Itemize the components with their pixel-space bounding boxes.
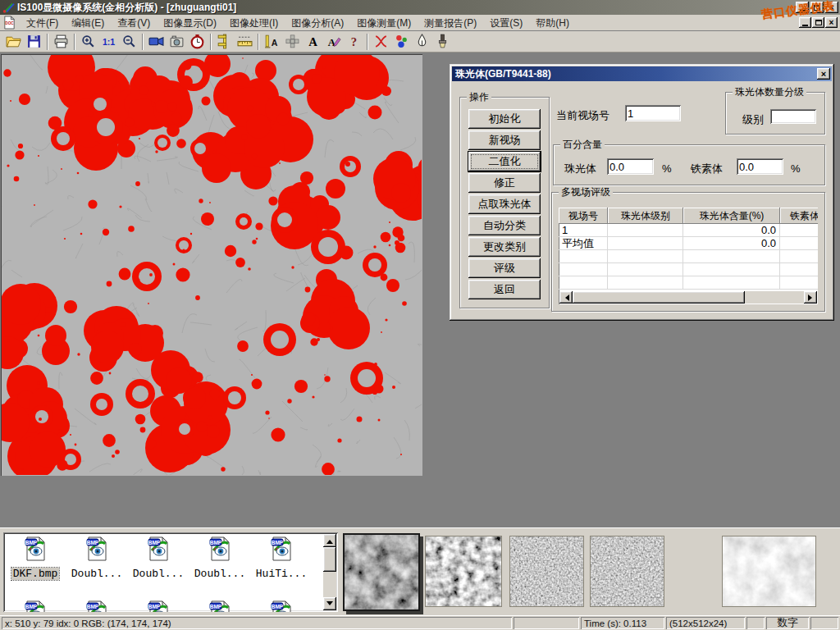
operation-group: 操作 初始化新视场二值化修正点取珠光体自动分类更改类别评级返回 bbox=[459, 97, 550, 308]
table-row-3[interactable] bbox=[559, 263, 818, 276]
curve-tool-button[interactable] bbox=[371, 32, 391, 52]
table-column-header-1: 珠光体级别 bbox=[608, 208, 683, 224]
open-file-button[interactable] bbox=[3, 32, 24, 52]
file-item-3[interactable]: BMPDoubl... bbox=[190, 536, 249, 580]
file-scroll-up-button[interactable] bbox=[323, 534, 336, 547]
text-label-button[interactable]: A bbox=[303, 32, 323, 52]
help-button[interactable]: ? bbox=[344, 32, 364, 52]
file-scroll-thumb[interactable] bbox=[323, 547, 336, 572]
op-button-7[interactable]: 评级 bbox=[468, 258, 541, 278]
file-item-4[interactable]: BMPHuiTi... bbox=[252, 536, 311, 580]
thumbnail-sample-coarse-contrast[interactable] bbox=[425, 536, 502, 607]
menu-item-5[interactable]: 图像分析(A) bbox=[285, 16, 350, 30]
table-row-1[interactable]: 平均值0.0 bbox=[559, 237, 818, 250]
file-item-row2-3[interactable]: BMP bbox=[190, 600, 249, 612]
brush-tool-button[interactable] bbox=[432, 32, 453, 52]
menu-item-8[interactable]: 设置(S) bbox=[483, 16, 529, 30]
op-button-8[interactable]: 返回 bbox=[468, 280, 541, 299]
grade-input[interactable] bbox=[770, 109, 816, 124]
file-item-1[interactable]: BMPDoubl... bbox=[67, 536, 126, 580]
table-cell bbox=[608, 250, 683, 262]
ferrite-percent-input[interactable]: 0.0 bbox=[737, 158, 783, 175]
thumbnail-sample-fine-speckle-1[interactable] bbox=[509, 536, 584, 607]
op-button-3[interactable]: 修正 bbox=[468, 173, 541, 193]
table-row-4[interactable] bbox=[559, 276, 818, 290]
op-button-1[interactable]: 新视场 bbox=[468, 130, 541, 150]
svg-text:BMP: BMP bbox=[272, 540, 284, 546]
table-cell bbox=[780, 263, 818, 276]
mode-status: 数字 bbox=[766, 617, 809, 629]
menu-item-4[interactable]: 图像处理(I) bbox=[223, 16, 285, 30]
measure-text-button[interactable]: A bbox=[262, 32, 282, 52]
file-vscrollbar[interactable] bbox=[323, 534, 336, 610]
menu-item-3[interactable]: 图像显示(D) bbox=[157, 16, 223, 30]
close-button[interactable]: × bbox=[825, 2, 838, 13]
scroll-right-button[interactable] bbox=[804, 291, 817, 304]
particle-classify-button[interactable] bbox=[391, 32, 412, 52]
print-button[interactable] bbox=[51, 32, 71, 52]
zoom-in-button[interactable] bbox=[78, 32, 98, 52]
file-name: Doubl... bbox=[193, 568, 247, 580]
pearlite-percent-input[interactable]: 0.0 bbox=[607, 158, 654, 175]
file-item-row2-0[interactable]: BMP bbox=[6, 600, 65, 612]
timer-button[interactable] bbox=[187, 32, 208, 52]
toolbar-separator bbox=[258, 34, 259, 50]
pen-tool-button[interactable] bbox=[412, 32, 432, 52]
toolbar: 1:1AAA? bbox=[0, 31, 840, 52]
toolbar-separator bbox=[210, 34, 212, 50]
op-button-5[interactable]: 自动分类 bbox=[468, 216, 541, 235]
grid-tool-button[interactable] bbox=[282, 32, 303, 52]
table-hscrollbar[interactable] bbox=[559, 291, 817, 304]
file-item-row2-2[interactable]: BMP bbox=[129, 600, 188, 612]
op-button-6[interactable]: 更改类别 bbox=[468, 237, 541, 257]
caliper-button[interactable] bbox=[214, 32, 235, 52]
menu-item-9[interactable]: 帮助(H) bbox=[529, 16, 576, 30]
scroll-left-button[interactable] bbox=[559, 291, 573, 304]
application-window: IS100显微摄像系统(金相分析版) - [zhuguangti01] × 营口… bbox=[0, 0, 840, 630]
video-camera-button[interactable] bbox=[146, 32, 167, 52]
zoom-out-button[interactable] bbox=[119, 32, 139, 52]
file-item-row2-4[interactable]: BMP bbox=[252, 600, 311, 612]
table-cell: 1 bbox=[559, 224, 608, 236]
op-button-4[interactable]: 点取珠光体 bbox=[468, 194, 541, 214]
thumbnail-sample-dark-banded[interactable] bbox=[343, 533, 420, 611]
mdi-minimize-button[interactable] bbox=[799, 17, 811, 28]
restore-button[interactable] bbox=[810, 2, 824, 13]
table-row-0[interactable]: 10.0 bbox=[559, 224, 818, 237]
menu-item-0[interactable]: 文件(F) bbox=[20, 16, 65, 30]
op-button-0[interactable]: 初始化 bbox=[468, 109, 541, 129]
menu-item-7[interactable]: 测量报告(P) bbox=[418, 16, 483, 30]
table-row-2[interactable] bbox=[559, 250, 818, 263]
thumbnail-sample-graphite-flakes[interactable] bbox=[722, 536, 816, 607]
menu-item-1[interactable]: 编辑(E) bbox=[65, 16, 111, 30]
table-cell bbox=[559, 263, 608, 276]
multifield-table[interactable]: 视场号珠光体级别珠光体含量(%)铁素体 10.0平均值0.0 bbox=[559, 208, 818, 304]
dialog-title-bar[interactable]: 珠光体(GB/T9441-88) bbox=[452, 66, 832, 81]
dialog-close-button[interactable]: × bbox=[817, 68, 830, 80]
svg-text:1:1: 1:1 bbox=[103, 37, 115, 47]
percent-group: 百分含量 珠光体 0.0 % 铁素体 0.0 % bbox=[553, 144, 825, 185]
ruler-button[interactable] bbox=[235, 32, 255, 52]
current-field-input[interactable]: 1 bbox=[625, 105, 681, 121]
mdi-restore-button[interactable] bbox=[812, 17, 824, 28]
annotate-button[interactable]: A bbox=[323, 32, 344, 52]
table-cell bbox=[608, 237, 683, 249]
menu-item-6[interactable]: 图像测量(M) bbox=[350, 16, 418, 30]
actual-size-button[interactable]: 1:1 bbox=[98, 32, 119, 52]
minimize-button[interactable] bbox=[796, 2, 809, 13]
table-cell bbox=[608, 276, 683, 289]
file-item-2[interactable]: BMPDoubl... bbox=[129, 536, 188, 580]
file-item-0[interactable]: BMPDKF.bmp bbox=[6, 536, 65, 580]
op-button-2[interactable]: 二值化 bbox=[468, 152, 541, 171]
mdi-close-button[interactable]: × bbox=[825, 17, 838, 28]
grid-tool-icon bbox=[285, 34, 300, 49]
table-cell: 0.0 bbox=[683, 224, 780, 236]
save-button[interactable] bbox=[24, 32, 44, 52]
file-item-row2-1[interactable]: BMP bbox=[67, 600, 126, 612]
thumbnail-sample-fine-speckle-2[interactable] bbox=[590, 536, 664, 607]
menu-item-2[interactable]: 查看(V) bbox=[111, 16, 157, 30]
hscroll-thumb[interactable] bbox=[573, 291, 745, 304]
micrograph-image[interactable] bbox=[1, 54, 422, 476]
photo-camera-button[interactable] bbox=[167, 32, 187, 52]
file-scroll-down-button[interactable] bbox=[323, 597, 336, 610]
